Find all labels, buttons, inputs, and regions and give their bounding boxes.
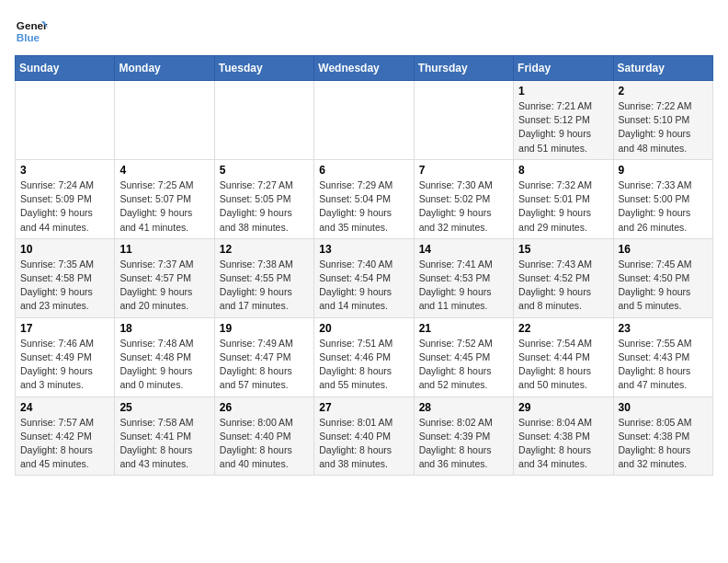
calendar-cell: 15Sunrise: 7:43 AM Sunset: 4:52 PM Dayli… bbox=[514, 238, 613, 317]
day-info: Sunrise: 7:52 AM Sunset: 4:45 PM Dayligh… bbox=[419, 337, 508, 393]
weekday-header: Friday bbox=[514, 56, 613, 81]
weekday-header: Sunday bbox=[16, 56, 115, 81]
day-number: 15 bbox=[518, 243, 608, 256]
day-number: 18 bbox=[119, 322, 209, 335]
calendar-cell: 9Sunrise: 7:33 AM Sunset: 5:00 PM Daylig… bbox=[613, 159, 712, 238]
day-info: Sunrise: 7:43 AM Sunset: 4:52 PM Dayligh… bbox=[518, 258, 608, 314]
day-number: 22 bbox=[518, 322, 608, 335]
day-info: Sunrise: 7:55 AM Sunset: 4:43 PM Dayligh… bbox=[619, 337, 708, 393]
svg-text:Blue: Blue bbox=[17, 31, 40, 43]
day-info: Sunrise: 8:04 AM Sunset: 4:38 PM Dayligh… bbox=[518, 416, 608, 472]
day-info: Sunrise: 7:37 AM Sunset: 4:57 PM Dayligh… bbox=[119, 258, 209, 314]
calendar-week-row: 3Sunrise: 7:24 AM Sunset: 5:09 PM Daylig… bbox=[16, 159, 713, 238]
day-info: Sunrise: 7:41 AM Sunset: 4:53 PM Dayligh… bbox=[419, 258, 508, 314]
day-info: Sunrise: 7:57 AM Sunset: 4:42 PM Dayligh… bbox=[20, 416, 109, 472]
weekday-header: Saturday bbox=[613, 56, 712, 81]
day-number: 2 bbox=[619, 85, 708, 98]
day-info: Sunrise: 7:24 AM Sunset: 5:09 PM Dayligh… bbox=[20, 178, 109, 235]
calendar-cell: 11Sunrise: 7:37 AM Sunset: 4:57 PM Dayli… bbox=[115, 238, 214, 317]
day-number: 14 bbox=[419, 243, 508, 256]
day-number: 8 bbox=[518, 164, 608, 177]
day-info: Sunrise: 7:45 AM Sunset: 4:50 PM Dayligh… bbox=[619, 258, 708, 314]
day-number: 17 bbox=[20, 322, 109, 335]
day-info: Sunrise: 8:05 AM Sunset: 4:38 PM Dayligh… bbox=[619, 416, 708, 472]
day-number: 23 bbox=[619, 322, 708, 335]
calendar-cell: 29Sunrise: 8:04 AM Sunset: 4:38 PM Dayli… bbox=[514, 396, 613, 476]
day-info: Sunrise: 7:58 AM Sunset: 4:41 PM Dayligh… bbox=[119, 416, 209, 472]
calendar-cell: 5Sunrise: 7:27 AM Sunset: 5:05 PM Daylig… bbox=[214, 159, 313, 238]
calendar-cell: 22Sunrise: 7:54 AM Sunset: 4:44 PM Dayli… bbox=[514, 317, 613, 396]
calendar-cell: 19Sunrise: 7:49 AM Sunset: 4:47 PM Dayli… bbox=[214, 317, 313, 396]
day-number: 16 bbox=[619, 243, 708, 256]
day-info: Sunrise: 7:27 AM Sunset: 5:05 PM Dayligh… bbox=[220, 178, 309, 235]
calendar-cell: 27Sunrise: 8:01 AM Sunset: 4:40 PM Dayli… bbox=[314, 396, 414, 476]
calendar-cell: 25Sunrise: 7:58 AM Sunset: 4:41 PM Dayli… bbox=[115, 396, 214, 476]
calendar-cell: 18Sunrise: 7:48 AM Sunset: 4:48 PM Dayli… bbox=[115, 317, 214, 396]
day-number: 11 bbox=[119, 243, 209, 256]
page-header: General Blue bbox=[15, 15, 713, 48]
day-number: 1 bbox=[518, 85, 608, 98]
day-number: 29 bbox=[518, 401, 608, 414]
calendar-cell: 10Sunrise: 7:35 AM Sunset: 4:58 PM Dayli… bbox=[16, 238, 115, 317]
day-info: Sunrise: 7:49 AM Sunset: 4:47 PM Dayligh… bbox=[220, 337, 309, 393]
calendar-cell: 13Sunrise: 7:40 AM Sunset: 4:54 PM Dayli… bbox=[314, 238, 414, 317]
day-number: 13 bbox=[319, 243, 408, 256]
day-info: Sunrise: 7:40 AM Sunset: 4:54 PM Dayligh… bbox=[319, 258, 408, 314]
day-info: Sunrise: 7:32 AM Sunset: 5:01 PM Dayligh… bbox=[518, 178, 608, 235]
day-number: 5 bbox=[220, 164, 309, 177]
day-number: 9 bbox=[619, 164, 708, 177]
day-number: 25 bbox=[119, 401, 209, 414]
calendar-cell: 23Sunrise: 7:55 AM Sunset: 4:43 PM Dayli… bbox=[613, 317, 712, 396]
day-info: Sunrise: 7:29 AM Sunset: 5:04 PM Dayligh… bbox=[319, 178, 408, 235]
logo: General Blue bbox=[15, 15, 51, 48]
calendar-cell bbox=[16, 81, 115, 160]
day-info: Sunrise: 7:25 AM Sunset: 5:07 PM Dayligh… bbox=[119, 178, 209, 235]
calendar-cell bbox=[414, 81, 513, 160]
calendar-cell: 17Sunrise: 7:46 AM Sunset: 4:49 PM Dayli… bbox=[16, 317, 115, 396]
calendar-cell bbox=[214, 81, 313, 160]
calendar-cell: 1Sunrise: 7:21 AM Sunset: 5:12 PM Daylig… bbox=[514, 81, 613, 160]
calendar-cell: 26Sunrise: 8:00 AM Sunset: 4:40 PM Dayli… bbox=[214, 396, 313, 476]
calendar-cell: 16Sunrise: 7:45 AM Sunset: 4:50 PM Dayli… bbox=[613, 238, 712, 317]
calendar-header: SundayMondayTuesdayWednesdayThursdayFrid… bbox=[16, 56, 713, 81]
calendar-cell: 4Sunrise: 7:25 AM Sunset: 5:07 PM Daylig… bbox=[115, 159, 214, 238]
calendar-week-row: 17Sunrise: 7:46 AM Sunset: 4:49 PM Dayli… bbox=[16, 317, 713, 396]
day-info: Sunrise: 7:38 AM Sunset: 4:55 PM Dayligh… bbox=[220, 258, 309, 314]
day-info: Sunrise: 8:02 AM Sunset: 4:39 PM Dayligh… bbox=[419, 416, 508, 472]
day-info: Sunrise: 7:54 AM Sunset: 4:44 PM Dayligh… bbox=[518, 337, 608, 393]
calendar-week-row: 24Sunrise: 7:57 AM Sunset: 4:42 PM Dayli… bbox=[16, 396, 713, 476]
day-info: Sunrise: 7:30 AM Sunset: 5:02 PM Dayligh… bbox=[419, 178, 508, 235]
calendar-cell: 24Sunrise: 7:57 AM Sunset: 4:42 PM Dayli… bbox=[16, 396, 115, 476]
day-number: 10 bbox=[20, 243, 109, 256]
day-number: 30 bbox=[619, 401, 708, 414]
weekday-header: Tuesday bbox=[214, 56, 313, 81]
calendar-cell: 8Sunrise: 7:32 AM Sunset: 5:01 PM Daylig… bbox=[514, 159, 613, 238]
calendar-cell: 28Sunrise: 8:02 AM Sunset: 4:39 PM Dayli… bbox=[414, 396, 513, 476]
calendar-cell bbox=[314, 81, 414, 160]
calendar-cell: 14Sunrise: 7:41 AM Sunset: 4:53 PM Dayli… bbox=[414, 238, 513, 317]
day-number: 4 bbox=[119, 164, 209, 177]
day-number: 24 bbox=[20, 401, 109, 414]
calendar-table: SundayMondayTuesdayWednesdayThursdayFrid… bbox=[15, 55, 713, 476]
calendar-cell: 21Sunrise: 7:52 AM Sunset: 4:45 PM Dayli… bbox=[414, 317, 513, 396]
logo-icon: General Blue bbox=[15, 15, 48, 48]
weekday-header: Thursday bbox=[414, 56, 513, 81]
day-number: 3 bbox=[20, 164, 109, 177]
calendar-cell: 20Sunrise: 7:51 AM Sunset: 4:46 PM Dayli… bbox=[314, 317, 414, 396]
day-number: 7 bbox=[419, 164, 508, 177]
day-number: 6 bbox=[319, 164, 408, 177]
day-number: 26 bbox=[220, 401, 309, 414]
calendar-cell: 2Sunrise: 7:22 AM Sunset: 5:10 PM Daylig… bbox=[613, 81, 712, 160]
weekday-header: Monday bbox=[115, 56, 214, 81]
calendar-cell: 6Sunrise: 7:29 AM Sunset: 5:04 PM Daylig… bbox=[314, 159, 414, 238]
calendar-cell: 7Sunrise: 7:30 AM Sunset: 5:02 PM Daylig… bbox=[414, 159, 513, 238]
day-number: 20 bbox=[319, 322, 408, 335]
day-info: Sunrise: 7:22 AM Sunset: 5:10 PM Dayligh… bbox=[619, 99, 708, 155]
day-number: 12 bbox=[220, 243, 309, 256]
calendar-cell bbox=[115, 81, 214, 160]
day-info: Sunrise: 7:21 AM Sunset: 5:12 PM Dayligh… bbox=[518, 99, 608, 155]
day-info: Sunrise: 7:51 AM Sunset: 4:46 PM Dayligh… bbox=[319, 337, 408, 393]
day-number: 19 bbox=[220, 322, 309, 335]
day-info: Sunrise: 7:35 AM Sunset: 4:58 PM Dayligh… bbox=[20, 258, 109, 314]
weekday-header: Wednesday bbox=[314, 56, 414, 81]
